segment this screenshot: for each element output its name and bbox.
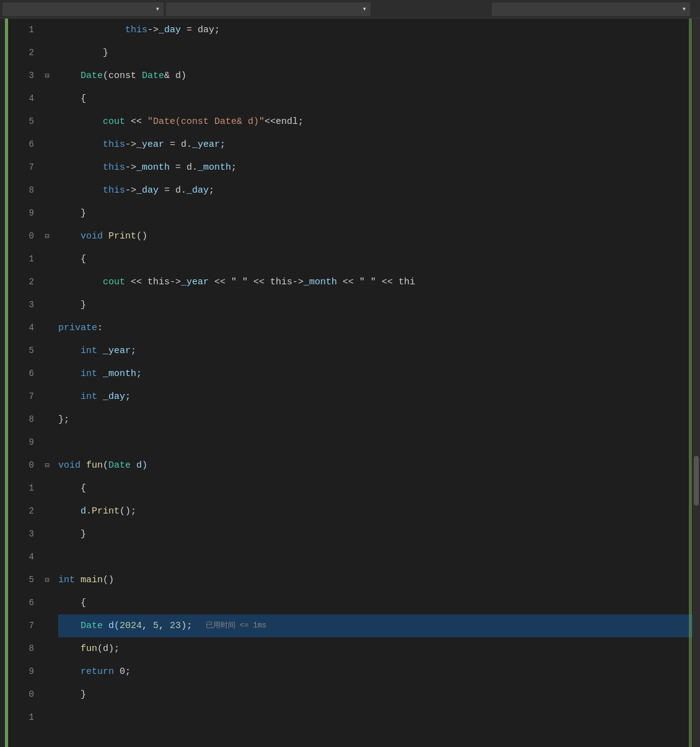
code-token: } <box>103 42 108 64</box>
line-number-28: 9 <box>8 660 34 683</box>
code-line-11: cout << this->_year << " " << this->_mon… <box>58 271 693 294</box>
code-line-17: }; <box>58 408 693 431</box>
scroll-thumb[interactable] <box>694 456 699 505</box>
code-line-29: } <box>58 683 693 706</box>
code-token: << " " << thi <box>337 271 415 294</box>
code-token: _year; <box>97 339 136 362</box>
code-token: <<endl; <box>265 110 304 133</box>
code-token: this <box>103 133 125 156</box>
code-token: } <box>81 683 86 706</box>
fold-marker-2[interactable]: ⊟ <box>43 71 51 80</box>
code-token: -> <box>147 19 159 42</box>
line-number-22: 3 <box>8 523 34 546</box>
line-number-0: 1 <box>8 19 34 42</box>
code-token: Date <box>81 614 103 637</box>
code-token: 23 <box>170 614 181 637</box>
line-number-19: 0 <box>8 454 34 477</box>
code-line-10: { <box>58 248 693 271</box>
code-token: cout <box>103 271 125 294</box>
code-line-7: this->_day = d._day; <box>58 179 693 202</box>
code-token: int <box>81 362 97 385</box>
line-number-10: 1 <box>8 248 34 271</box>
code-token: _day <box>186 179 209 202</box>
code-area[interactable]: this->_day = day; } Date(const Date& d) … <box>56 19 693 747</box>
code-token: Date <box>108 454 131 477</box>
code-token: -> <box>125 133 136 156</box>
code-token: _year <box>192 133 220 156</box>
code-line-5: this->_year = d._year; <box>58 133 693 156</box>
line-number-18: 9 <box>8 431 34 454</box>
code-token: = d. <box>164 133 192 156</box>
code-token: << " " << this-> <box>209 271 304 294</box>
code-token: _month; <box>97 362 142 385</box>
code-line-6: this->_month = d._month; <box>58 156 693 179</box>
line-number-4: 5 <box>8 110 34 133</box>
line-number-5: 6 <box>8 133 34 156</box>
code-line-27: fun(d); <box>58 637 693 660</box>
top-bar: ▾ ▾ ▾ <box>0 0 700 19</box>
code-token: fun <box>86 454 103 477</box>
line-number-7: 8 <box>8 179 34 202</box>
code-token: this <box>103 156 125 179</box>
code-line-15: int _month; <box>58 362 693 385</box>
fold-marker-24[interactable]: ⊟ <box>43 575 51 584</box>
code-token: : <box>97 317 103 339</box>
code-token: this <box>103 179 125 202</box>
code-line-22: } <box>58 523 693 546</box>
line-number-23: 4 <box>8 546 34 569</box>
code-token: int <box>81 339 97 362</box>
code-token: _year <box>136 133 164 156</box>
code-token: d) <box>131 454 147 477</box>
code-token: Date <box>142 64 164 87</box>
code-token: { <box>81 248 86 271</box>
code-token: main <box>81 569 103 592</box>
line-number-dropdown[interactable]: ▾ <box>2 2 164 16</box>
code-token: ; <box>220 133 225 156</box>
line-number-9: 0 <box>8 225 34 248</box>
fold-marker-9[interactable]: ⊟ <box>43 232 51 240</box>
code-token: << this-> <box>125 271 181 294</box>
code-token: = d. <box>170 156 198 179</box>
code-token: (const <box>103 64 142 87</box>
code-line-28: return 0; <box>58 660 693 683</box>
line-number-21: 2 <box>8 500 34 523</box>
code-token: Print <box>108 225 136 248</box>
code-line-16: int _day; <box>58 385 693 408</box>
code-line-30 <box>58 706 693 729</box>
vertical-scrollbar[interactable] <box>693 19 700 747</box>
line-number-11: 2 <box>8 271 34 294</box>
code-token: { <box>81 592 86 614</box>
code-token: _month <box>304 271 337 294</box>
code-line-4: cout << "Date(const Date& d)"<<endl; <box>58 110 693 133</box>
code-token: ); <box>181 614 192 637</box>
code-line-20: { <box>58 477 693 500</box>
code-token <box>75 569 81 592</box>
code-line-1: } <box>58 42 693 64</box>
code-token: << <box>125 110 147 133</box>
code-token: { <box>81 87 86 110</box>
code-token: 2024 <box>120 614 142 637</box>
function-dropdown[interactable]: ▾ <box>492 2 690 16</box>
code-token: void <box>81 225 103 248</box>
line-number-20: 1 <box>8 477 34 500</box>
line-number-24: 5 <box>8 569 34 592</box>
code-token: Date <box>81 64 103 87</box>
code-token: } <box>81 523 86 546</box>
code-line-23 <box>58 546 693 569</box>
code-token: { <box>81 477 86 500</box>
code-token: this <box>125 19 147 42</box>
code-line-13: private: <box>58 317 693 339</box>
line-number-26: 7 <box>8 614 34 637</box>
code-line-18 <box>58 431 693 454</box>
scope-dropdown[interactable]: ▾ <box>166 2 370 16</box>
code-line-24: int main() <box>58 569 693 592</box>
code-token: cout <box>103 110 125 133</box>
line-number-3: 4 <box>8 87 34 110</box>
fold-marker-19[interactable]: ⊟ <box>43 461 51 470</box>
code-line-2: Date(const Date& d) <box>58 64 693 87</box>
code-token: void <box>58 454 81 477</box>
code-token: } <box>81 202 86 225</box>
code-token <box>103 225 108 248</box>
code-token: }; <box>58 408 69 431</box>
code-token: _month <box>136 156 170 179</box>
